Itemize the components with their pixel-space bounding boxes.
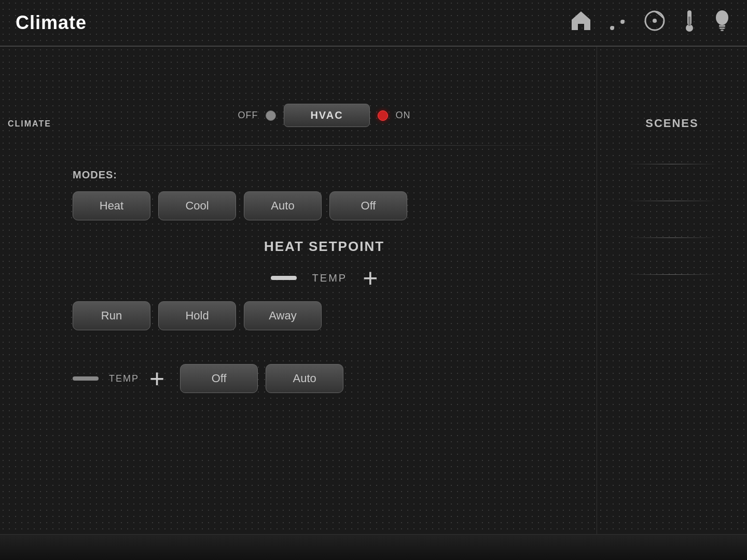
minus-icon [271,276,297,280]
cool-plus-icon: + [149,366,164,391]
footer [0,534,747,560]
cool-temp-label: TEMP [109,373,139,384]
svg-point-6 [716,10,728,25]
heat-setpoint-section: HEAT SETPOINT TEMP + Run Hold Away [73,239,576,338]
off-toggle-dot[interactable] [266,110,276,121]
modes-section: MODES: Heat Cool Auto Off [73,159,576,220]
home-icon[interactable] [570,9,592,36]
cool-mode-btn[interactable]: Cool [158,191,236,220]
cool-auto-btn[interactable]: Auto [266,364,343,393]
heat-mode-btn[interactable]: Heat [73,191,150,220]
heat-increase-btn[interactable]: + [363,265,378,291]
auto-mode-btn[interactable]: Auto [244,191,322,220]
header: Climate [0,0,747,47]
heat-temp-label: TEMP [312,272,348,284]
run-btn[interactable]: Run [73,301,150,330]
schedule-row: Run Hold Away [73,301,576,330]
hold-btn[interactable]: Hold [158,301,236,330]
off-mode-btn[interactable]: Off [329,191,407,220]
cool-off-btn[interactable]: Off [180,364,258,393]
bluray-icon[interactable] [643,9,666,36]
scene-divider-4 [627,274,717,275]
scene-divider-2 [627,201,717,201]
cool-btns: Off Auto [180,364,343,393]
scene-divider-1 [627,164,717,164]
cool-decrease-btn[interactable] [73,376,99,381]
hvac-row: OFF HVAC ON [73,104,576,127]
cool-minus-icon [73,376,99,381]
heat-temp-control-row: TEMP + [73,265,576,291]
away-btn[interactable]: Away [244,301,322,330]
right-panel: SCENES [597,47,747,534]
light-icon[interactable] [713,9,731,36]
nav-icons [570,9,731,36]
cool-setpoint-section: TEMP + Off Auto [73,364,576,393]
svg-rect-5 [688,17,690,26]
off-label: OFF [238,110,258,121]
climate-label: CLIMATE [8,119,44,129]
svg-point-2 [653,19,657,23]
music-icon[interactable] [608,9,628,36]
modes-buttons: Heat Cool Auto Off [73,191,576,220]
svg-rect-8 [720,27,725,29]
svg-marker-0 [572,11,590,30]
heat-setpoint-title: HEAT SETPOINT [73,239,576,255]
thermometer-icon[interactable] [682,9,697,36]
divider-1 [73,145,576,146]
scene-divider-3 [627,237,717,238]
on-label: ON [396,110,411,121]
scenes-label: SCENES [607,117,737,130]
cool-increase-btn[interactable]: + [149,366,164,391]
modes-label: MODES: [73,169,576,181]
plus-icon: + [363,265,378,291]
center-panel: OFF HVAC ON MODES: Heat Cool Auto Off HE… [52,47,597,534]
on-toggle-dot[interactable] [378,110,388,121]
left-panel: CLIMATE [0,47,52,534]
hvac-button[interactable]: HVAC [284,104,369,127]
svg-rect-7 [719,25,725,27]
svg-rect-9 [721,30,724,31]
heat-decrease-btn[interactable] [271,276,297,280]
main-content: CLIMATE OFF HVAC ON MODES: Heat Cool Aut… [0,47,747,534]
app-title: Climate [16,12,87,34]
